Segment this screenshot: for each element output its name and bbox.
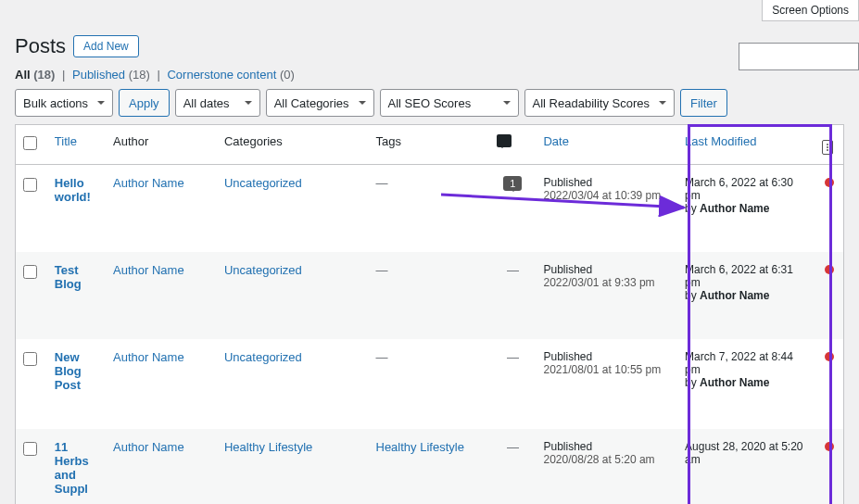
comment-icon [497,134,512,147]
dates-filter-select[interactable]: All dates [175,89,260,117]
row-checkbox[interactable] [23,442,37,456]
post-status: Published [543,440,592,453]
tags-empty: — [376,263,388,277]
filter-published[interactable]: Published (18) [72,68,150,82]
apply-button[interactable]: Apply [119,89,170,117]
modified-date: March 6, 2022 at 6:31 pm [685,263,793,289]
category-link[interactable]: Uncategorized [224,263,302,277]
comments-empty: — [507,263,519,277]
row-checkbox[interactable] [23,178,37,192]
readability-filter-select[interactable]: All Readability Scores [524,89,675,117]
seo-dot-icon [825,265,834,274]
posts-table: Title Author Categories Tags Date Last M… [15,124,844,504]
seo-dot-icon [825,442,834,451]
post-date: 2020/08/28 at 5:20 am [543,453,654,466]
author-link[interactable]: Author Name [113,176,184,190]
add-new-button[interactable]: Add New [73,35,139,57]
comments-empty: — [507,440,519,454]
categories-filter-select[interactable]: All Categories [266,89,374,117]
modified-date: March 7, 2022 at 8:44 pm [685,350,793,376]
tags-empty: — [376,176,388,190]
comments-empty: — [507,350,519,364]
table-row: Hello world! Author Name Uncategorized —… [16,165,844,253]
page-title: Posts [15,34,66,58]
table-row: New Blog Post Author Name Uncategorized … [16,339,844,429]
row-checkbox[interactable] [23,265,37,279]
post-status: Published [543,350,592,363]
filter-all[interactable]: All (18) [15,68,55,82]
comment-count-badge[interactable]: 1 [503,176,522,191]
filter-cornerstone[interactable]: Cornerstone content (0) [167,68,294,82]
seo-dot-icon [825,178,834,187]
col-comments[interactable] [489,125,536,165]
tags-empty: — [376,350,388,364]
table-row: Test Blog Author Name Uncategorized — — … [16,252,844,339]
post-date: 2022/03/01 at 9:33 pm [543,276,654,289]
col-categories: Categories [217,125,369,165]
select-all-checkbox[interactable] [23,136,37,150]
search-input[interactable] [739,43,859,70]
col-last-modified[interactable]: Last Modified [677,125,815,165]
col-title[interactable]: Title [47,125,106,165]
col-date[interactable]: Date [536,125,677,165]
post-title-link[interactable]: 11 Herbs and Suppl [55,440,89,496]
category-link[interactable]: Uncategorized [224,350,302,364]
modified-by: by Author Name [685,376,769,389]
column-options-icon [822,140,833,155]
row-checkbox[interactable] [23,352,37,366]
post-date: 2022/03/04 at 10:39 pm [543,189,661,202]
author-link[interactable]: Author Name [113,350,184,364]
filter-button[interactable]: Filter [680,89,727,117]
post-date: 2021/08/01 at 10:55 pm [543,363,661,376]
modified-date: August 28, 2020 at 5:20 am [685,440,802,466]
author-link[interactable]: Author Name [113,263,184,277]
modified-by: by Author Name [685,289,769,302]
col-seo-indicator[interactable] [815,125,843,165]
author-link[interactable]: Author Name [113,440,184,454]
status-filters: All (18) | Published (18) | Cornerstone … [15,68,844,82]
post-status: Published [543,263,592,276]
category-link[interactable]: Healthy Lifestyle [224,440,312,454]
seo-dot-icon [825,352,834,361]
post-title-link[interactable]: New Blog Post [55,350,82,392]
table-row: 11 Herbs and Suppl Author Name Healthy L… [16,429,844,504]
modified-date: March 6, 2022 at 6:30 pm [685,176,793,202]
post-status: Published [543,176,592,189]
col-author: Author [106,125,217,165]
col-tags: Tags [369,125,490,165]
post-title-link[interactable]: Hello world! [55,176,91,204]
seo-filter-select[interactable]: All SEO Scores [380,89,519,117]
modified-by: by Author Name [685,202,769,215]
category-link[interactable]: Uncategorized [224,176,302,190]
post-title-link[interactable]: Test Blog [55,263,82,291]
bulk-actions-select[interactable]: Bulk actions [15,89,113,117]
screen-options-button[interactable]: Screen Options [762,0,859,21]
tag-link[interactable]: Healthy Lifestyle [376,440,464,454]
